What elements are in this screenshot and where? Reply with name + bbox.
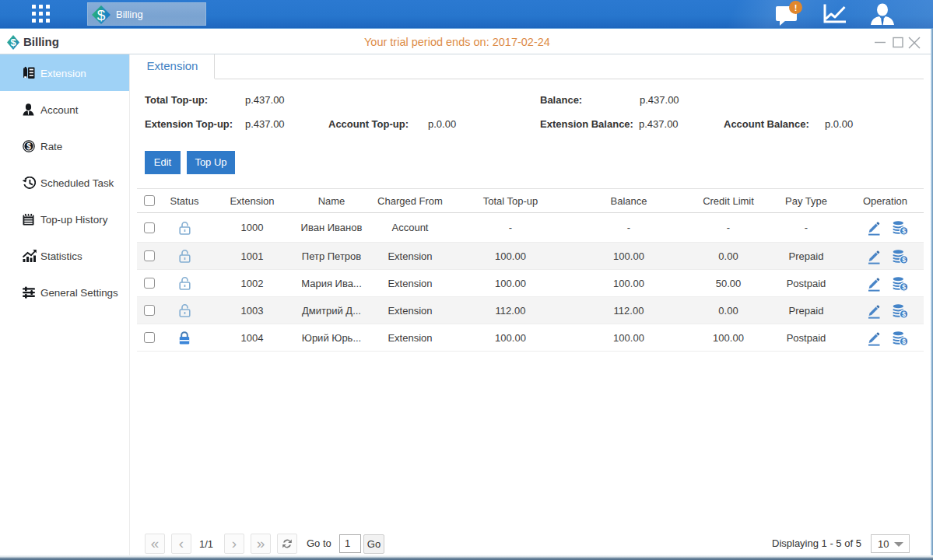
svg-text:$: $ [902,227,906,235]
svg-text:!: ! [794,3,798,12]
svg-text:$: $ [26,142,31,150]
svg-text:$: $ [902,283,906,291]
svg-text:$: $ [902,338,906,345]
svg-text:$: $ [10,37,16,48]
svg-text:$: $ [97,7,106,23]
svg-text:$: $ [902,310,906,318]
svg-text:$: $ [902,256,906,264]
